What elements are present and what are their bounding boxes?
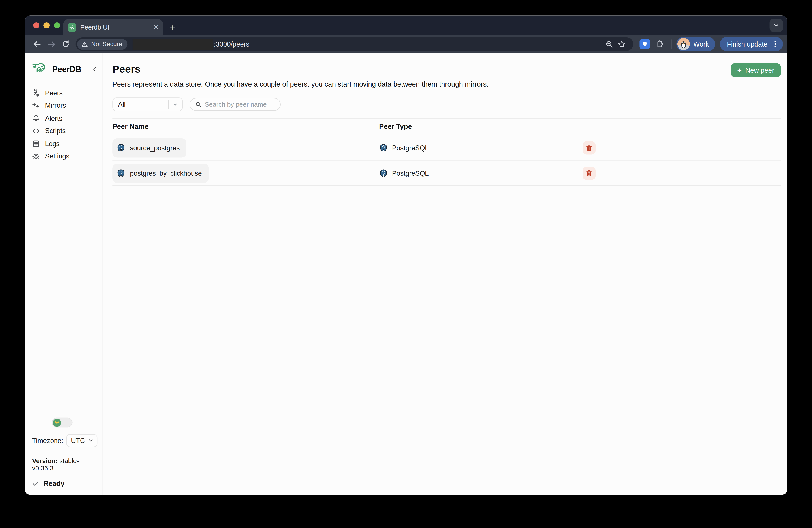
postgresql-icon: [379, 169, 388, 177]
warning-triangle-icon: [81, 41, 88, 47]
peerdb-favicon-icon: [68, 23, 76, 31]
filter-row: All: [112, 97, 781, 111]
zoom-magnifier-icon: [606, 40, 613, 48]
theme-toggle[interactable]: [52, 418, 73, 428]
sidebar-item-label: Settings: [45, 153, 69, 160]
close-window-button[interactable]: [33, 22, 39, 28]
postgresql-icon: [116, 169, 125, 177]
sidebar-item-alerts[interactable]: Alerts: [32, 112, 98, 125]
peer-name-pill[interactable]: source_postgres: [112, 138, 186, 157]
sidebar: PeerDB Peers: [25, 53, 103, 495]
column-header-peer-type: Peer Type: [379, 123, 582, 130]
new-peer-label: New peer: [745, 66, 774, 74]
version-text: Version: stable-v0.36.3: [32, 457, 98, 472]
logs-icon: [32, 140, 40, 147]
new-tab-button[interactable]: +: [169, 23, 175, 33]
browser-window: Peerdb UI ✕ +: [25, 15, 787, 495]
peer-type-filter-select[interactable]: All: [112, 97, 183, 111]
toolbar-separator: [671, 39, 671, 48]
status-label: Ready: [43, 480, 64, 487]
app-content: PeerDB Peers: [25, 53, 787, 495]
settings-icon: [32, 153, 40, 160]
forward-button[interactable]: [45, 37, 58, 51]
timezone-value: UTC: [71, 437, 86, 444]
minimize-window-button[interactable]: [43, 22, 50, 28]
trash-icon: [585, 144, 592, 151]
sidebar-item-scripts[interactable]: Scripts: [32, 125, 98, 137]
reload-button[interactable]: [59, 37, 73, 51]
browser-toolbar: Not Secure :3000/peers: [25, 35, 787, 53]
back-button[interactable]: [30, 37, 43, 51]
chevron-down-icon: [773, 22, 779, 28]
filter-selected-value: All: [118, 100, 168, 108]
desktop-background: Peerdb UI ✕ +: [0, 0, 812, 528]
table-row[interactable]: source_postgres PostgreSQL: [112, 135, 781, 161]
tab-search-button[interactable]: [770, 18, 783, 32]
sidebar-nav: Peers Mirrors Alerts: [32, 87, 98, 163]
sidebar-item-peers[interactable]: Peers: [32, 87, 98, 99]
peers-icon: [32, 89, 40, 97]
sidebar-item-logs[interactable]: Logs: [32, 137, 98, 150]
search-input[interactable]: [205, 101, 275, 108]
fullscreen-window-button[interactable]: [54, 22, 60, 28]
penguin-avatar: [677, 38, 690, 50]
peer-name: postgres_by_clickhouse: [130, 169, 202, 177]
sidebar-item-label: Logs: [45, 140, 60, 147]
postgresql-icon: [116, 143, 125, 152]
delete-peer-button[interactable]: [582, 141, 596, 154]
new-peer-button[interactable]: + New peer: [730, 63, 781, 77]
scripts-icon: [32, 127, 40, 135]
shield-icon: [641, 41, 648, 47]
light-mode-knob: [53, 418, 61, 427]
back-arrow-icon: [32, 40, 41, 48]
search-icon: [195, 101, 201, 108]
extensions-puzzle-icon: [655, 40, 664, 48]
sidebar-item-label: Alerts: [45, 114, 62, 122]
security-chip[interactable]: Not Secure: [77, 39, 128, 49]
zoom-level-button[interactable]: [603, 38, 615, 50]
page-title: Peers: [112, 63, 781, 75]
peer-search[interactable]: [190, 98, 281, 111]
peer-type: PostgreSQL: [392, 169, 429, 177]
peer-type: PostgreSQL: [392, 144, 429, 152]
collapse-sidebar-icon[interactable]: [91, 66, 97, 72]
page-description: Peers represent a data store. Once you h…: [112, 80, 781, 88]
address-bar[interactable]: Not Secure :3000/peers: [76, 37, 633, 51]
password-extension-button[interactable]: [639, 39, 650, 49]
delete-peer-button[interactable]: [582, 167, 596, 180]
brand-name: PeerDB: [52, 65, 88, 74]
table-header: Peer Name Peer Type: [112, 118, 781, 135]
main-panel: Peers + New peer Peers represent a data …: [103, 53, 787, 495]
bookmark-button[interactable]: [615, 38, 628, 50]
profile-button[interactable]: Work: [676, 37, 715, 52]
check-icon: [32, 480, 39, 487]
chevron-down-icon: [88, 438, 94, 443]
peer-name-pill[interactable]: postgres_by_clickhouse: [112, 163, 208, 183]
tab-close-icon[interactable]: ✕: [153, 24, 159, 31]
sidebar-item-label: Peers: [45, 89, 63, 97]
peers-table: Peer Name Peer Type: [112, 118, 781, 186]
timezone-select[interactable]: UTC: [67, 434, 97, 447]
timezone-label: Timezone:: [32, 437, 63, 444]
postgresql-icon: [379, 143, 388, 152]
plus-icon: +: [737, 66, 742, 74]
reload-icon: [61, 40, 70, 48]
finish-update-button[interactable]: Finish update: [720, 37, 783, 52]
bookmark-star-icon: [618, 40, 626, 48]
profile-label: Work: [693, 40, 709, 48]
table-row[interactable]: postgres_by_clickhouse PostgreSQL: [112, 161, 781, 186]
tab-title: Peerdb UI: [80, 24, 149, 31]
select-divider: [168, 100, 169, 109]
browser-tab[interactable]: Peerdb UI ✕: [63, 19, 163, 35]
tab-strip: Peerdb UI ✕ +: [25, 15, 787, 35]
finish-update-label: Finish update: [727, 40, 767, 48]
kebab-menu-icon: [772, 40, 779, 48]
trash-icon: [585, 170, 592, 176]
redacted-host: [133, 39, 213, 49]
sidebar-item-mirrors[interactable]: Mirrors: [32, 99, 98, 112]
forward-arrow-icon: [47, 40, 56, 48]
extensions-button[interactable]: [653, 37, 666, 51]
peerdb-logo-icon: [32, 62, 48, 76]
sidebar-item-settings[interactable]: Settings: [32, 150, 98, 163]
security-label: Not Secure: [91, 40, 122, 48]
